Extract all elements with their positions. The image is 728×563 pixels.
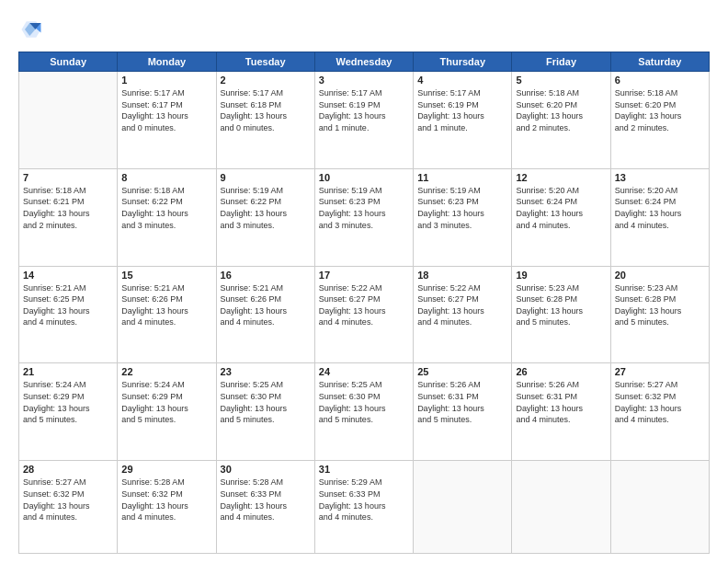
day-number: 20 <box>615 270 705 281</box>
calendar-table: SundayMondayTuesdayWednesdayThursdayFrid… <box>18 52 710 554</box>
day-info: Sunrise: 5:22 AMSunset: 6:27 PMDaylight:… <box>319 282 409 328</box>
day-number: 26 <box>516 366 606 377</box>
calendar-cell: 21Sunrise: 5:24 AMSunset: 6:29 PMDayligh… <box>19 363 118 461</box>
day-number: 15 <box>121 270 211 281</box>
day-number: 4 <box>417 75 507 86</box>
day-number: 22 <box>121 366 211 377</box>
calendar-cell <box>414 461 512 554</box>
day-number: 2 <box>221 75 311 86</box>
day-info: Sunrise: 5:18 AMSunset: 6:22 PMDaylight:… <box>121 185 211 231</box>
day-number: 11 <box>417 172 507 183</box>
calendar-cell: 12Sunrise: 5:20 AMSunset: 6:24 PMDayligh… <box>512 168 610 266</box>
day-info: Sunrise: 5:21 AMSunset: 6:26 PMDaylight:… <box>121 282 211 328</box>
week-row-4: 21Sunrise: 5:24 AMSunset: 6:29 PMDayligh… <box>19 363 710 461</box>
day-number: 3 <box>319 75 409 86</box>
weekday-header-sunday: Sunday <box>19 52 118 72</box>
header <box>18 17 710 42</box>
calendar-cell: 22Sunrise: 5:24 AMSunset: 6:29 PMDayligh… <box>118 363 216 461</box>
calendar-cell: 29Sunrise: 5:28 AMSunset: 6:32 PMDayligh… <box>118 461 216 554</box>
week-row-1: 1Sunrise: 5:17 AMSunset: 6:17 PMDaylight… <box>19 72 710 169</box>
day-info: Sunrise: 5:18 AMSunset: 6:20 PMDaylight:… <box>615 87 705 133</box>
day-number: 17 <box>319 270 409 281</box>
weekday-header-row: SundayMondayTuesdayWednesdayThursdayFrid… <box>19 52 710 72</box>
day-info: Sunrise: 5:24 AMSunset: 6:29 PMDaylight:… <box>121 379 211 425</box>
calendar-cell: 17Sunrise: 5:22 AMSunset: 6:27 PMDayligh… <box>314 266 413 363</box>
day-info: Sunrise: 5:29 AMSunset: 6:33 PMDaylight:… <box>319 477 409 523</box>
calendar-cell: 31Sunrise: 5:29 AMSunset: 6:33 PMDayligh… <box>314 461 413 554</box>
calendar-cell: 18Sunrise: 5:22 AMSunset: 6:27 PMDayligh… <box>414 266 512 363</box>
day-number: 16 <box>221 270 311 281</box>
day-info: Sunrise: 5:17 AMSunset: 6:19 PMDaylight:… <box>319 87 409 133</box>
calendar-cell <box>610 461 709 554</box>
calendar-cell: 4Sunrise: 5:17 AMSunset: 6:19 PMDaylight… <box>414 72 512 169</box>
calendar-cell: 30Sunrise: 5:28 AMSunset: 6:33 PMDayligh… <box>216 461 314 554</box>
calendar-cell: 7Sunrise: 5:18 AMSunset: 6:21 PMDaylight… <box>19 168 118 266</box>
day-number: 9 <box>221 172 311 183</box>
weekday-header-thursday: Thursday <box>414 52 512 72</box>
day-info: Sunrise: 5:18 AMSunset: 6:21 PMDaylight:… <box>23 185 113 231</box>
weekday-header-monday: Monday <box>118 52 216 72</box>
calendar-cell: 2Sunrise: 5:17 AMSunset: 6:18 PMDaylight… <box>216 72 314 169</box>
day-number: 13 <box>615 172 705 183</box>
week-row-3: 14Sunrise: 5:21 AMSunset: 6:25 PMDayligh… <box>19 266 710 363</box>
day-info: Sunrise: 5:20 AMSunset: 6:24 PMDaylight:… <box>516 185 606 231</box>
day-number: 23 <box>221 366 311 377</box>
day-info: Sunrise: 5:27 AMSunset: 6:32 PMDaylight:… <box>23 477 113 523</box>
calendar-cell: 27Sunrise: 5:27 AMSunset: 6:32 PMDayligh… <box>610 363 709 461</box>
day-info: Sunrise: 5:20 AMSunset: 6:24 PMDaylight:… <box>615 185 705 231</box>
calendar-cell: 23Sunrise: 5:25 AMSunset: 6:30 PMDayligh… <box>216 363 314 461</box>
day-number: 7 <box>23 172 113 183</box>
day-number: 18 <box>417 270 507 281</box>
day-info: Sunrise: 5:25 AMSunset: 6:30 PMDaylight:… <box>319 379 409 425</box>
day-number: 19 <box>516 270 606 281</box>
day-number: 14 <box>23 270 113 281</box>
day-number: 10 <box>319 172 409 183</box>
day-number: 24 <box>319 366 409 377</box>
day-info: Sunrise: 5:27 AMSunset: 6:32 PMDaylight:… <box>615 379 705 425</box>
calendar-cell: 15Sunrise: 5:21 AMSunset: 6:26 PMDayligh… <box>118 266 216 363</box>
calendar-cell: 8Sunrise: 5:18 AMSunset: 6:22 PMDaylight… <box>118 168 216 266</box>
day-number: 30 <box>221 464 311 475</box>
day-number: 27 <box>615 366 705 377</box>
day-number: 12 <box>516 172 606 183</box>
day-info: Sunrise: 5:22 AMSunset: 6:27 PMDaylight:… <box>417 282 507 328</box>
calendar-cell: 16Sunrise: 5:21 AMSunset: 6:26 PMDayligh… <box>216 266 314 363</box>
day-number: 25 <box>417 366 507 377</box>
weekday-header-tuesday: Tuesday <box>216 52 314 72</box>
day-info: Sunrise: 5:17 AMSunset: 6:17 PMDaylight:… <box>121 87 211 133</box>
day-info: Sunrise: 5:23 AMSunset: 6:28 PMDaylight:… <box>615 282 705 328</box>
day-info: Sunrise: 5:28 AMSunset: 6:32 PMDaylight:… <box>121 477 211 523</box>
calendar-cell: 20Sunrise: 5:23 AMSunset: 6:28 PMDayligh… <box>610 266 709 363</box>
day-info: Sunrise: 5:19 AMSunset: 6:23 PMDaylight:… <box>319 185 409 231</box>
calendar-cell: 25Sunrise: 5:26 AMSunset: 6:31 PMDayligh… <box>414 363 512 461</box>
day-info: Sunrise: 5:18 AMSunset: 6:20 PMDaylight:… <box>516 87 606 133</box>
day-number: 29 <box>121 464 211 475</box>
calendar-cell: 10Sunrise: 5:19 AMSunset: 6:23 PMDayligh… <box>314 168 413 266</box>
calendar-cell: 3Sunrise: 5:17 AMSunset: 6:19 PMDaylight… <box>314 72 413 169</box>
day-info: Sunrise: 5:25 AMSunset: 6:30 PMDaylight:… <box>221 379 311 425</box>
week-row-5: 28Sunrise: 5:27 AMSunset: 6:32 PMDayligh… <box>19 461 710 554</box>
day-number: 5 <box>516 75 606 86</box>
day-info: Sunrise: 5:19 AMSunset: 6:22 PMDaylight:… <box>221 185 311 231</box>
day-info: Sunrise: 5:23 AMSunset: 6:28 PMDaylight:… <box>516 282 606 328</box>
day-number: 6 <box>615 75 705 86</box>
weekday-header-saturday: Saturday <box>610 52 709 72</box>
calendar-cell: 5Sunrise: 5:18 AMSunset: 6:20 PMDaylight… <box>512 72 610 169</box>
page: SundayMondayTuesdayWednesdayThursdayFrid… <box>0 0 728 563</box>
logo-icon <box>18 17 44 42</box>
calendar-cell: 24Sunrise: 5:25 AMSunset: 6:30 PMDayligh… <box>314 363 413 461</box>
day-number: 1 <box>121 75 211 86</box>
day-info: Sunrise: 5:21 AMSunset: 6:25 PMDaylight:… <box>23 282 113 328</box>
day-info: Sunrise: 5:26 AMSunset: 6:31 PMDaylight:… <box>417 379 507 425</box>
calendar-cell: 19Sunrise: 5:23 AMSunset: 6:28 PMDayligh… <box>512 266 610 363</box>
week-row-2: 7Sunrise: 5:18 AMSunset: 6:21 PMDaylight… <box>19 168 710 266</box>
day-number: 28 <box>23 464 113 475</box>
day-info: Sunrise: 5:24 AMSunset: 6:29 PMDaylight:… <box>23 379 113 425</box>
weekday-header-wednesday: Wednesday <box>314 52 413 72</box>
weekday-header-friday: Friday <box>512 52 610 72</box>
calendar-cell: 1Sunrise: 5:17 AMSunset: 6:17 PMDaylight… <box>118 72 216 169</box>
calendar-cell <box>512 461 610 554</box>
day-number: 21 <box>23 366 113 377</box>
day-info: Sunrise: 5:21 AMSunset: 6:26 PMDaylight:… <box>221 282 311 328</box>
calendar-cell: 6Sunrise: 5:18 AMSunset: 6:20 PMDaylight… <box>610 72 709 169</box>
